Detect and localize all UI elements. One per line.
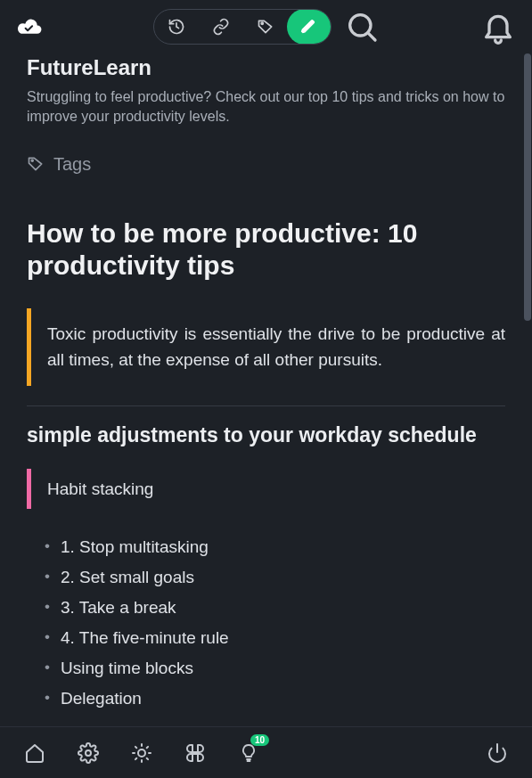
section-heading: simple adjustments to your workday sched… [27,422,505,449]
highlight-button[interactable] [287,9,331,45]
bottom-toolbar: 10 [0,726,532,778]
history-button[interactable] [154,10,199,44]
home-button[interactable] [21,740,48,766]
section-divider [27,405,505,406]
top-toolbar [0,0,532,53]
list-item: 1. Stop multitasking [45,532,505,562]
highlight-quote-orange[interactable]: Toxic productivity is essentially the dr… [27,308,505,386]
scrollbar[interactable] [523,53,532,726]
notifications-button[interactable] [480,9,516,45]
keyboard-shortcuts-button[interactable] [182,740,209,766]
power-button[interactable] [484,740,511,766]
article-title: How to be more productive: 10 productivi… [27,217,505,282]
scrollbar-thumb[interactable] [524,53,531,321]
svg-point-4 [138,749,145,757]
svg-point-0 [261,22,263,24]
highlight-quote-pink[interactable]: Habit stacking [27,469,505,509]
list-item: Using time blocks [45,653,505,684]
search-button[interactable] [344,9,380,45]
tag-icon [27,155,45,173]
cloud-sync-icon[interactable] [16,17,43,37]
list-item: 3. Take a break [45,593,505,623]
tag-button[interactable] [243,10,288,44]
toolbar-pill-group [153,9,380,45]
source-title: FutureLearn [27,55,505,80]
list-item: Delegation [45,684,505,714]
link-button[interactable] [199,10,243,44]
settings-button[interactable] [75,740,102,766]
list-item: 4. The five-minute rule [45,623,505,653]
tags-row[interactable]: Tags [27,154,505,175]
main-content: FutureLearn Struggling to feel productiv… [0,53,532,726]
svg-point-3 [86,750,91,756]
list-item: 2. Set small goals [45,562,505,593]
ideas-button[interactable]: 10 [235,740,262,766]
tips-list: 1. Stop multitasking 2. Set small goals … [27,532,505,714]
ideas-badge: 10 [250,734,269,746]
tags-label: Tags [53,154,91,175]
source-description: Struggling to feel productive? Check out… [27,87,505,127]
svg-point-2 [31,160,33,162]
theme-button[interactable] [128,740,155,766]
